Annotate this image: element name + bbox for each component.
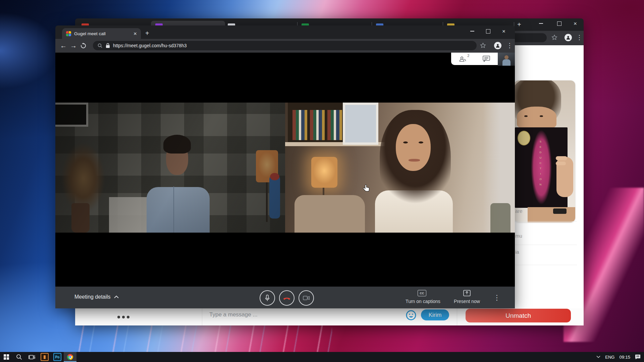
people-icon xyxy=(459,56,467,62)
mic-button[interactable] xyxy=(260,290,275,306)
search-icon xyxy=(16,354,22,360)
mic-icon xyxy=(265,295,270,301)
lamp xyxy=(311,157,337,188)
app-po-button[interactable]: Po xyxy=(51,352,64,362)
chrome-icon xyxy=(67,354,73,360)
maximize-button[interactable] xyxy=(482,27,494,36)
task-view-icon xyxy=(29,354,35,360)
award-seal xyxy=(518,131,530,145)
chevron-up-icon xyxy=(114,296,119,298)
typing-indicator xyxy=(117,314,131,320)
wall-art xyxy=(343,103,378,145)
list-item[interactable]: ia xyxy=(515,249,519,255)
mouse-cursor-hand xyxy=(363,184,370,193)
taskbar: Po ENG 09:15 xyxy=(0,352,644,362)
system-tray: ENG 09:15 xyxy=(596,354,644,360)
participant-video-left[interactable] xyxy=(55,103,285,233)
search-icon xyxy=(98,43,102,48)
face xyxy=(517,107,556,129)
self-view-thumbnail[interactable] xyxy=(498,53,515,66)
unmatch-button[interactable]: Unmatch xyxy=(466,309,571,322)
book-title: SEDUCTION xyxy=(539,140,542,188)
bookmark-star-icon[interactable] xyxy=(480,43,486,49)
hidden-icons-chevron[interactable] xyxy=(596,356,600,358)
desktop: + × ⋮ SEDUCTION xyxy=(0,0,644,362)
camera-icon xyxy=(303,296,310,300)
sofa xyxy=(294,195,365,233)
profile-avatar-icon[interactable] xyxy=(494,42,501,49)
plant xyxy=(490,203,511,233)
start-button[interactable] xyxy=(0,352,13,362)
hang-up-button[interactable] xyxy=(279,290,294,306)
woman-face xyxy=(396,124,431,171)
wristwatch xyxy=(553,208,567,214)
participants-count: 2 xyxy=(467,54,469,58)
app-po-icon: Po xyxy=(53,353,61,361)
meet-control-bar: Meeting details xyxy=(55,287,515,308)
participant-video-right[interactable] xyxy=(285,103,515,233)
emoji-icon[interactable] xyxy=(406,310,416,320)
clock[interactable]: 09:15 xyxy=(619,355,630,360)
language-indicator[interactable]: ENG xyxy=(605,355,614,360)
browser-window-meet: Gugel meet call × + × ← → https:// xyxy=(55,25,515,308)
meet-video-area: 2 xyxy=(55,53,515,287)
lock-icon xyxy=(106,43,110,48)
participants-button[interactable]: 2 xyxy=(459,56,467,62)
windows-logo-icon xyxy=(4,354,9,360)
profile-photo-card[interactable]: SEDUCTION xyxy=(514,80,575,222)
profile-avatar-icon[interactable] xyxy=(565,34,572,41)
minimize-button[interactable] xyxy=(535,19,547,28)
browser-menu-icon[interactable]: ⋮ xyxy=(576,34,583,41)
chat-bar: Kirim Unmatch xyxy=(75,308,584,325)
bookmark-star-icon[interactable] xyxy=(551,35,557,41)
address-bar[interactable]: https://meet.gugel.com/hu-sd378h3 xyxy=(93,41,477,50)
forward-icon[interactable]: → xyxy=(70,42,77,50)
app-orange-button[interactable] xyxy=(38,352,51,362)
new-tab-button[interactable]: + xyxy=(145,30,149,37)
maximize-button[interactable] xyxy=(553,19,565,28)
minimize-button[interactable] xyxy=(467,27,478,36)
app-orange-icon xyxy=(41,353,49,361)
chat-icon[interactable] xyxy=(483,56,490,62)
meet-side-panel: 2 xyxy=(451,53,498,65)
list-item[interactable]: mu xyxy=(515,233,522,239)
hang-up-icon xyxy=(283,296,291,300)
url-text[interactable]: https://meet.gugel.com/hu-sd378h3 xyxy=(113,43,186,48)
shoulder xyxy=(528,207,575,222)
back-icon[interactable]: ← xyxy=(60,42,67,50)
chrome-taskbar-button[interactable] xyxy=(64,352,76,362)
task-view-button[interactable] xyxy=(25,352,38,362)
present-icon xyxy=(463,290,471,296)
message-input[interactable] xyxy=(209,311,354,318)
meet-tab-strip: Gugel meet call × + × xyxy=(55,25,515,39)
tab-title: Gugel meet call xyxy=(74,31,133,36)
meeting-details-button[interactable]: Meeting details xyxy=(74,294,119,300)
new-tab-button[interactable]: + xyxy=(517,21,521,28)
tab-gugel-meet[interactable]: Gugel meet call × xyxy=(62,28,141,39)
reload-icon[interactable] xyxy=(80,43,87,49)
notification-icon[interactable] xyxy=(635,354,641,360)
meet-toolbar: ← → https://meet.gugel.com/hu-sd378h3 ⋮ xyxy=(55,39,515,53)
tab-close-icon[interactable]: × xyxy=(133,31,137,37)
browser-menu-icon[interactable]: ⋮ xyxy=(506,42,513,49)
send-button[interactable]: Kirim xyxy=(421,309,449,320)
camera-button[interactable] xyxy=(299,290,314,306)
list-item[interactable]: are xyxy=(515,208,523,214)
more-options-icon[interactable]: ⋮ xyxy=(493,294,500,301)
captions-icon: CC xyxy=(418,290,426,296)
close-button[interactable]: × xyxy=(498,27,509,36)
close-button[interactable]: × xyxy=(570,19,581,28)
taskbar-search-button[interactable] xyxy=(13,352,25,362)
meet-favicon xyxy=(66,31,71,36)
